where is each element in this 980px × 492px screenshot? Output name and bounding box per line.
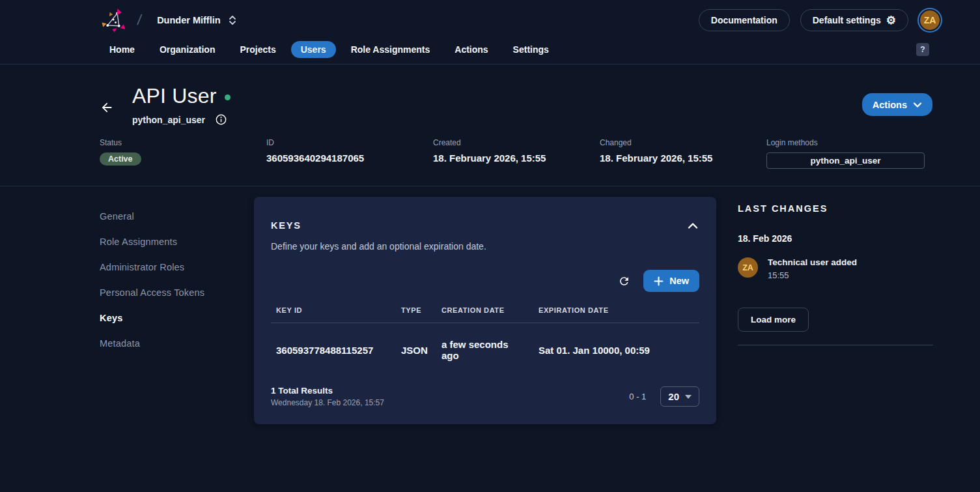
help-button[interactable]: ?	[916, 43, 929, 56]
documentation-button[interactable]: Documentation	[699, 9, 790, 31]
sidebar-item-personal-access-tokens[interactable]: Personal Access Tokens	[100, 280, 254, 305]
user-meta-row: Status Active ID 360593640294187065 Crea…	[0, 125, 980, 186]
last-changes-panel: LAST CHANGES 18. Feb 2026 ZA Technical u…	[738, 197, 933, 345]
page-subtitle: python_api_user	[132, 115, 205, 125]
gear-icon: ⚙	[886, 15, 896, 26]
sidebar-item-administrator-roles[interactable]: Administrator Roles	[100, 254, 254, 280]
main-nav: Home Organization Projects Users Role As…	[0, 40, 980, 65]
sidebar-item-role-assignments[interactable]: Role Assignments	[100, 229, 254, 254]
cell-type: JSON	[396, 323, 436, 376]
tab-home[interactable]: Home	[100, 41, 145, 58]
column-header-expiration-date[interactable]: EXPIRATION DATE	[533, 297, 699, 323]
meta-id: ID 360593640294187065	[266, 138, 433, 169]
keys-card: KEYS Define your keys and add an optiona…	[254, 197, 716, 424]
main-content: API User python_api_user Actions St	[0, 65, 980, 424]
active-state-dot	[225, 94, 231, 100]
cell-key-id: 360593778488115257	[271, 323, 396, 376]
new-key-button[interactable]: New	[643, 270, 699, 292]
user-avatar[interactable]: ZA	[919, 9, 941, 31]
meta-created: Created 18. February 2026, 15:55	[433, 138, 600, 169]
tab-users[interactable]: Users	[291, 41, 336, 58]
chevron-up-icon	[688, 222, 698, 229]
refresh-button[interactable]	[617, 274, 632, 289]
results-timestamp: Wednesday 18. Feb 2026, 15:57	[271, 398, 384, 407]
pagination-range: 0 - 1	[629, 392, 646, 401]
keys-table: KEY ID TYPE CREATION DATE EXPIRATION DAT…	[271, 297, 699, 375]
logo-separator: /	[136, 12, 143, 29]
keys-card-description: Define your keys and add an optional exp…	[271, 241, 699, 252]
tab-projects[interactable]: Projects	[230, 41, 285, 58]
app-header: / Dunder Mifflin Documentation Default s…	[0, 0, 980, 40]
page-title: API User	[132, 84, 217, 108]
key-table-row[interactable]: 360593778488115257 JSON a few seconds ag…	[271, 323, 699, 376]
status-badge: Active	[100, 152, 141, 166]
last-changes-title: LAST CHANGES	[738, 203, 933, 214]
cell-creation-date: a few seconds ago	[436, 323, 533, 376]
tab-actions[interactable]: Actions	[445, 41, 497, 58]
arrow-left-icon	[100, 100, 114, 115]
event-time: 15:55	[768, 270, 857, 280]
login-method-chip[interactable]: python_api_user	[766, 152, 925, 169]
meta-login-methods: Login methods python_api_user	[766, 138, 933, 169]
refresh-icon	[618, 275, 630, 287]
event-avatar: ZA	[738, 257, 758, 278]
unfold-more-icon	[229, 15, 236, 25]
org-switcher[interactable]: Dunder Mifflin	[150, 11, 242, 29]
sidebar-item-keys[interactable]: Keys	[100, 305, 254, 330]
caret-down-icon	[685, 395, 692, 399]
change-event: ZA Technical user added 15:55	[738, 257, 933, 280]
changes-date: 18. Feb 2026	[738, 233, 933, 244]
column-header-key-id[interactable]: KEY ID	[271, 297, 396, 323]
column-header-creation-date[interactable]: CREATION DATE	[436, 297, 533, 323]
actions-button[interactable]: Actions	[862, 93, 932, 116]
panel-divider	[738, 345, 933, 345]
meta-changed: Changed 18. February 2026, 15:55	[600, 138, 766, 169]
event-text: Technical user added	[768, 257, 857, 267]
chevron-down-icon	[913, 102, 922, 108]
org-name: Dunder Mifflin	[157, 15, 220, 25]
load-more-button[interactable]: Load more	[738, 308, 809, 332]
total-results: 1 Total Results	[271, 386, 384, 396]
column-header-type[interactable]: TYPE	[396, 297, 436, 323]
sidebar-item-metadata[interactable]: Metadata	[100, 330, 254, 356]
tab-organization[interactable]: Organization	[150, 41, 225, 58]
sidebar-item-general[interactable]: General	[100, 203, 254, 229]
cell-expiration-date: Sat 01. Jan 10000, 00:59	[533, 323, 699, 376]
meta-status: Status Active	[100, 138, 266, 169]
page-size-select[interactable]: 20	[660, 386, 699, 407]
app-logo-icon[interactable]	[100, 6, 128, 35]
default-settings-button[interactable]: Default settings ⚙	[800, 9, 908, 31]
tab-settings[interactable]: Settings	[503, 41, 559, 58]
detail-sidebar: General Role Assignments Administrator R…	[100, 197, 254, 356]
info-icon[interactable]	[216, 114, 227, 125]
keys-card-title: KEYS	[271, 220, 301, 231]
plus-icon	[654, 276, 664, 286]
tab-role-assignments[interactable]: Role Assignments	[341, 41, 440, 58]
collapse-card-button[interactable]	[686, 221, 699, 231]
back-button[interactable]	[100, 100, 115, 115]
